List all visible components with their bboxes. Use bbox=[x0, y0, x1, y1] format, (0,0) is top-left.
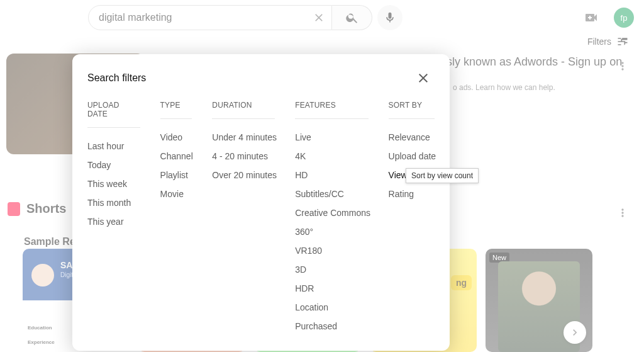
filter-item-movie[interactable]: Movie bbox=[160, 185, 192, 203]
filter-item-subtitles[interactable]: Subtitles/CC bbox=[295, 185, 368, 203]
filter-header: FEATURES bbox=[295, 101, 368, 119]
search-icon bbox=[345, 11, 359, 25]
filter-item-this-year[interactable]: This year bbox=[87, 212, 140, 231]
filter-item-live[interactable]: Live bbox=[295, 128, 368, 147]
promo-menu-button[interactable] bbox=[616, 60, 629, 72]
promo-title: sly known as Adwords - Sign up on bbox=[447, 55, 622, 69]
filter-item-upload-date[interactable]: Upload date bbox=[389, 147, 435, 166]
create-icon bbox=[584, 10, 599, 25]
avatar-image bbox=[31, 264, 54, 287]
short-tag: ng bbox=[451, 275, 472, 290]
search-wrap bbox=[88, 5, 402, 30]
person-image bbox=[498, 261, 580, 352]
chevron-right-icon bbox=[569, 326, 581, 339]
filter-item-hd[interactable]: HD bbox=[295, 166, 368, 185]
filter-item-channel[interactable]: Channel bbox=[160, 147, 192, 166]
resume-body: Education Experience bbox=[28, 324, 55, 346]
more-vert-icon bbox=[616, 207, 629, 219]
search-box bbox=[88, 5, 332, 30]
short-card[interactable]: New bbox=[486, 249, 592, 352]
search-input[interactable] bbox=[99, 12, 309, 23]
modal-header: Search filters bbox=[87, 67, 435, 89]
filter-item-creative-commons[interactable]: Creative Commons bbox=[295, 203, 368, 222]
filter-item-video[interactable]: Video bbox=[160, 128, 192, 147]
filter-item-playlist[interactable]: Playlist bbox=[160, 166, 192, 185]
filter-col-type: TYPE Video Channel Playlist Movie bbox=[160, 101, 192, 336]
shorts-menu-button[interactable] bbox=[616, 207, 629, 219]
filter-header: SORT BY bbox=[389, 101, 435, 119]
filter-item-this-week[interactable]: This week bbox=[87, 174, 140, 193]
filter-item-last-hour[interactable]: Last hour bbox=[87, 137, 140, 156]
header: fp bbox=[0, 0, 644, 35]
filters-button[interactable]: Filters bbox=[587, 35, 629, 48]
tune-icon bbox=[616, 35, 629, 48]
filter-item-3d[interactable]: 3D bbox=[295, 260, 368, 279]
filter-item-relevance[interactable]: Relevance bbox=[389, 128, 435, 147]
filter-col-upload-date: UPLOAD DATE Last hour Today This week Th… bbox=[87, 101, 140, 336]
clear-search-button[interactable] bbox=[309, 8, 329, 28]
filter-item-purchased[interactable]: Purchased bbox=[295, 317, 368, 336]
filter-item-360[interactable]: 360° bbox=[295, 222, 368, 241]
shorts-icon bbox=[8, 202, 20, 216]
close-icon bbox=[313, 11, 325, 24]
shorts-label: Shorts bbox=[26, 202, 66, 216]
filter-item-over-20[interactable]: Over 20 minutes bbox=[212, 166, 275, 185]
short-title-1: Sample Re bbox=[24, 236, 75, 247]
search-button[interactable] bbox=[332, 5, 372, 30]
filter-header: UPLOAD DATE bbox=[87, 101, 140, 128]
filter-item-vr180[interactable]: VR180 bbox=[295, 241, 368, 260]
modal-title: Search filters bbox=[87, 72, 146, 84]
search-filters-modal: Search filters UPLOAD DATE Last hour Tod… bbox=[72, 54, 450, 351]
filter-header: DURATION bbox=[212, 101, 275, 119]
tooltip: Sort by view count bbox=[406, 168, 479, 183]
filter-col-sort-by: SORT BY Relevance Upload date View count… bbox=[389, 101, 435, 336]
mic-icon bbox=[384, 11, 396, 24]
filters-button-label: Filters bbox=[587, 37, 611, 47]
filter-item-4-20[interactable]: 4 - 20 minutes bbox=[212, 147, 275, 166]
avatar[interactable]: fp bbox=[614, 8, 634, 28]
promo-subtitle: o ads. Learn how we can help. bbox=[453, 83, 555, 92]
header-right: fp bbox=[579, 5, 634, 30]
filter-grid: UPLOAD DATE Last hour Today This week Th… bbox=[87, 101, 435, 336]
voice-search-button[interactable] bbox=[377, 5, 402, 30]
filter-item-this-month[interactable]: This month bbox=[87, 193, 140, 212]
filter-item-hdr[interactable]: HDR bbox=[295, 279, 368, 298]
close-icon bbox=[416, 71, 431, 86]
new-badge: New bbox=[489, 253, 509, 263]
filter-col-features: FEATURES Live 4K HD Subtitles/CC Creativ… bbox=[295, 101, 368, 336]
filter-header: TYPE bbox=[160, 101, 192, 119]
filter-item-under-4[interactable]: Under 4 minutes bbox=[212, 128, 275, 147]
more-vert-icon bbox=[616, 60, 629, 72]
filter-item-today[interactable]: Today bbox=[87, 156, 140, 174]
create-button[interactable] bbox=[579, 5, 604, 30]
filters-row: Filters bbox=[0, 35, 644, 53]
filter-item-location[interactable]: Location bbox=[295, 298, 368, 317]
filter-item-4k[interactable]: 4K bbox=[295, 147, 368, 166]
shorts-next-button[interactable] bbox=[564, 321, 586, 344]
filter-col-duration: DURATION Under 4 minutes 4 - 20 minutes … bbox=[212, 101, 275, 336]
filter-item-rating[interactable]: Rating bbox=[389, 185, 435, 203]
shorts-header: Shorts bbox=[8, 202, 66, 216]
modal-close-button[interactable] bbox=[412, 67, 435, 89]
